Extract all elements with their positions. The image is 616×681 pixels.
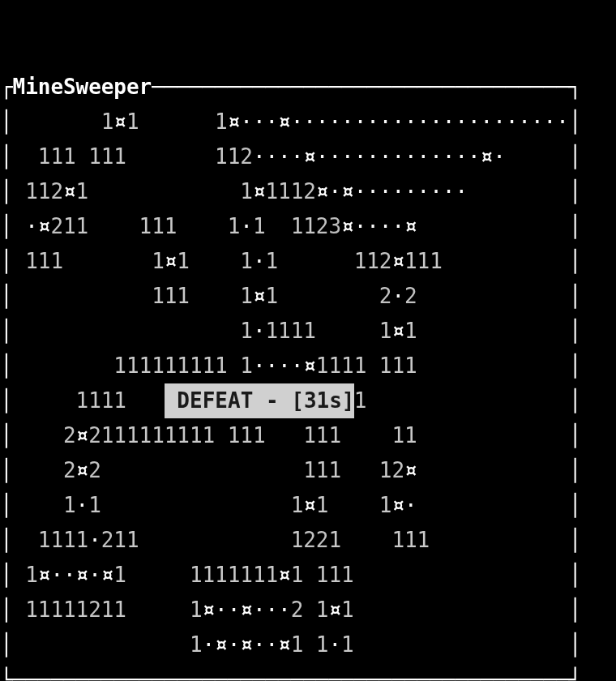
cell-1[interactable]: 1: [341, 627, 354, 662]
cell-unrevealed[interactable]: ·: [354, 209, 367, 244]
cell-2[interactable]: 2: [379, 279, 392, 314]
cell-1[interactable]: 1: [88, 139, 101, 174]
cell-2[interactable]: 2: [379, 244, 392, 279]
mine-icon[interactable]: ¤: [113, 105, 126, 139]
cell-1[interactable]: 1: [63, 488, 76, 523]
cell-unrevealed[interactable]: ·: [341, 105, 354, 139]
cell-1[interactable]: 1: [76, 593, 89, 627]
mine-icon[interactable]: ¤: [328, 593, 341, 627]
cell-2[interactable]: 2: [88, 418, 101, 453]
cell-1[interactable]: 1: [291, 209, 304, 244]
cell-unrevealed[interactable]: ·: [253, 314, 266, 349]
cell-unrevealed[interactable]: ·: [328, 105, 341, 139]
cell-2[interactable]: 2: [101, 523, 114, 558]
cell-unrevealed[interactable]: ·: [215, 593, 228, 627]
cell-1[interactable]: 1: [278, 314, 291, 349]
cell-unrevealed[interactable]: ·: [455, 139, 468, 174]
mine-icon[interactable]: ¤: [341, 174, 354, 209]
cell-1[interactable]: 1: [316, 349, 329, 383]
cell-1[interactable]: 1: [328, 558, 341, 593]
cell-2[interactable]: 2: [63, 453, 76, 488]
cell-unrevealed[interactable]: ·: [354, 174, 367, 209]
cell-unrevealed[interactable]: ·: [50, 558, 63, 593]
cell-1[interactable]: 1: [240, 418, 253, 453]
mine-icon[interactable]: ¤: [38, 209, 51, 244]
cell-1[interactable]: 1: [379, 488, 392, 523]
cell-1[interactable]: 1: [354, 383, 367, 418]
cell-1[interactable]: 1: [366, 244, 379, 279]
cell-1[interactable]: 1: [265, 314, 278, 349]
mine-icon[interactable]: ¤: [203, 593, 216, 627]
cell-2[interactable]: 2: [88, 453, 101, 488]
mine-icon[interactable]: ¤: [278, 105, 291, 139]
mine-icon[interactable]: ¤: [101, 558, 114, 593]
cell-2[interactable]: 2: [404, 279, 417, 314]
cell-1[interactable]: 1: [391, 349, 404, 383]
cell-1[interactable]: 1: [203, 418, 216, 453]
cell-1[interactable]: 1: [25, 593, 38, 627]
cell-1[interactable]: 1: [328, 418, 341, 453]
cell-1[interactable]: 1: [379, 453, 392, 488]
cell-1[interactable]: 1: [328, 349, 341, 383]
cell-unrevealed[interactable]: ·: [506, 105, 519, 139]
cell-1[interactable]: 1: [152, 244, 165, 279]
cell-1[interactable]: 1: [152, 418, 165, 453]
mine-icon[interactable]: ¤: [278, 627, 291, 662]
cell-1[interactable]: 1: [113, 418, 126, 453]
cell-1[interactable]: 1: [354, 349, 367, 383]
cell-3[interactable]: 3: [328, 209, 341, 244]
cell-2[interactable]: 2: [50, 174, 63, 209]
cell-unrevealed[interactable]: ·: [391, 139, 404, 174]
cell-1[interactable]: 1: [101, 418, 114, 453]
cell-1[interactable]: 1: [113, 593, 126, 627]
cell-1[interactable]: 1: [76, 383, 89, 418]
mine-icon[interactable]: ¤: [215, 627, 228, 662]
cell-1[interactable]: 1: [50, 523, 63, 558]
cell-1[interactable]: 1: [126, 418, 139, 453]
cell-unrevealed[interactable]: ·: [391, 279, 404, 314]
cell-1[interactable]: 1: [126, 523, 139, 558]
cell-1[interactable]: 1: [76, 174, 89, 209]
cell-unrevealed[interactable]: ·: [556, 105, 569, 139]
cell-1[interactable]: 1: [291, 627, 304, 662]
cell-unrevealed[interactable]: ·: [404, 488, 417, 523]
cell-1[interactable]: 1: [190, 349, 203, 383]
cell-unrevealed[interactable]: ·: [366, 174, 379, 209]
cell-1[interactable]: 1: [341, 558, 354, 593]
cell-1[interactable]: 1: [126, 105, 139, 139]
cell-1[interactable]: 1: [76, 523, 89, 558]
cell-unrevealed[interactable]: ·: [228, 627, 241, 662]
cell-unrevealed[interactable]: ·: [481, 105, 494, 139]
cell-1[interactable]: 1: [139, 349, 152, 383]
cell-1[interactable]: 1: [190, 558, 203, 593]
cell-unrevealed[interactable]: ·: [265, 627, 278, 662]
cell-1[interactable]: 1: [101, 383, 114, 418]
cell-1[interactable]: 1: [165, 209, 178, 244]
cell-unrevealed[interactable]: ·: [417, 105, 430, 139]
cell-1[interactable]: 1: [215, 558, 228, 593]
cell-1[interactable]: 1: [63, 593, 76, 627]
cell-1[interactable]: 1: [126, 349, 139, 383]
mine-icon[interactable]: ¤: [253, 279, 266, 314]
mine-icon[interactable]: ¤: [240, 593, 253, 627]
cell-1[interactable]: 1: [50, 244, 63, 279]
cell-unrevealed[interactable]: ·: [328, 139, 341, 174]
cell-2[interactable]: 2: [316, 209, 329, 244]
cell-unrevealed[interactable]: ·: [493, 139, 506, 174]
cell-1[interactable]: 1: [228, 139, 241, 174]
cell-1[interactable]: 1: [240, 279, 253, 314]
mine-icon[interactable]: ¤: [391, 244, 404, 279]
cell-unrevealed[interactable]: ·: [468, 139, 481, 174]
cell-1[interactable]: 1: [63, 139, 76, 174]
cell-2[interactable]: 2: [316, 523, 329, 558]
cell-1[interactable]: 1: [139, 209, 152, 244]
cell-unrevealed[interactable]: ·: [443, 139, 456, 174]
cell-1[interactable]: 1: [354, 244, 367, 279]
cell-unrevealed[interactable]: ·: [544, 105, 557, 139]
cell-1[interactable]: 1: [50, 139, 63, 174]
cell-unrevealed[interactable]: ·: [328, 627, 341, 662]
cell-1[interactable]: 1: [101, 593, 114, 627]
cell-1[interactable]: 1: [215, 139, 228, 174]
cell-unrevealed[interactable]: ·: [468, 105, 481, 139]
cell-1[interactable]: 1: [190, 593, 203, 627]
